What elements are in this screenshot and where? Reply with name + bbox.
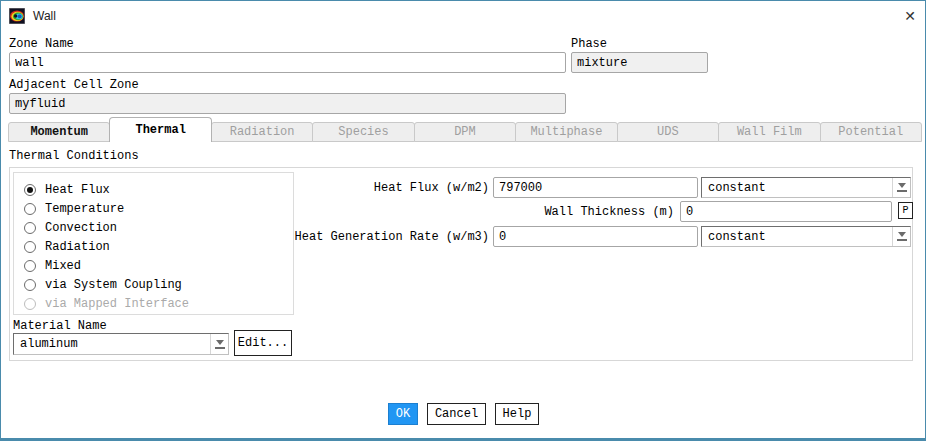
radio-via-system-coupling[interactable]: via System Coupling: [24, 275, 182, 294]
heat-generation-rate-label: Heat Generation Rate (w/m3): [291, 230, 489, 244]
ok-button[interactable]: OK: [388, 403, 418, 425]
heat-generation-rate-input[interactable]: [493, 226, 698, 247]
radio-icon: [24, 260, 36, 272]
thermal-conditions-label: Thermal Conditions: [9, 149, 139, 163]
tab-thermal[interactable]: Thermal: [109, 117, 211, 142]
heat-flux-profile-select[interactable]: constant: [701, 177, 911, 198]
close-icon[interactable]: ✕: [898, 6, 922, 26]
zone-name-input[interactable]: [9, 52, 566, 73]
radio-icon: [24, 203, 36, 215]
radio-mixed[interactable]: Mixed: [24, 256, 81, 275]
chevron-down-icon: [892, 227, 910, 246]
radio-disabled-icon: [24, 298, 36, 310]
zone-name-label: Zone Name: [9, 37, 74, 51]
tab-multiphase: Multiphase: [515, 122, 617, 142]
radio-heat-flux[interactable]: Heat Flux: [24, 180, 110, 199]
phase-field: [571, 52, 708, 73]
heat-flux-input[interactable]: [493, 177, 698, 198]
tab-momentum[interactable]: Momentum: [8, 122, 110, 142]
radio-icon: [24, 222, 36, 234]
tab-uds: UDS: [617, 122, 719, 142]
tab-wall-film: Wall Film: [718, 122, 820, 142]
tab-potential: Potential: [820, 122, 922, 142]
tab-radiation: Radiation: [211, 122, 313, 142]
radio-icon: [24, 279, 36, 291]
tab-species: Species: [312, 122, 414, 142]
fluent-app-icon: [9, 8, 25, 24]
tab-bar: Momentum Thermal Radiation Species DPM M…: [8, 117, 922, 142]
help-button[interactable]: Help: [495, 403, 539, 425]
titlebar: Wall ✕: [1, 1, 925, 31]
wall-thickness-profile-button[interactable]: P: [898, 202, 913, 219]
thermal-radio-panel: Heat Flux Temperature Convection Radiati…: [13, 172, 294, 315]
radio-icon: [24, 241, 36, 253]
wall-thickness-input[interactable]: [680, 201, 892, 222]
radio-radiation[interactable]: Radiation: [24, 237, 110, 256]
chevron-down-icon: [210, 334, 228, 354]
radio-convection[interactable]: Convection: [24, 218, 117, 237]
material-name-label: Material Name: [13, 319, 107, 333]
radio-via-mapped-interface: via Mapped Interface: [24, 294, 189, 313]
material-edit-button[interactable]: Edit...: [234, 330, 292, 356]
heat-generation-profile-select[interactable]: constant: [701, 226, 911, 247]
dialog-title: Wall: [33, 9, 56, 23]
material-name-select[interactable]: aluminum: [13, 333, 229, 355]
adjacent-cell-zone-field: [9, 93, 566, 114]
radio-temperature[interactable]: Temperature: [24, 199, 124, 218]
adjacent-cell-zone-label: Adjacent Cell Zone: [9, 78, 139, 92]
wall-dialog: Wall ✕ Zone Name Phase Adjacent Cell Zon…: [0, 0, 926, 441]
phase-label: Phase: [571, 37, 607, 51]
wall-thickness-label: Wall Thickness (m): [476, 205, 674, 219]
tab-dpm: DPM: [414, 122, 516, 142]
heat-flux-label: Heat Flux (w/m2): [291, 181, 489, 195]
chevron-down-icon: [892, 178, 910, 197]
cancel-button[interactable]: Cancel: [427, 403, 486, 425]
radio-selected-icon: [24, 184, 36, 196]
